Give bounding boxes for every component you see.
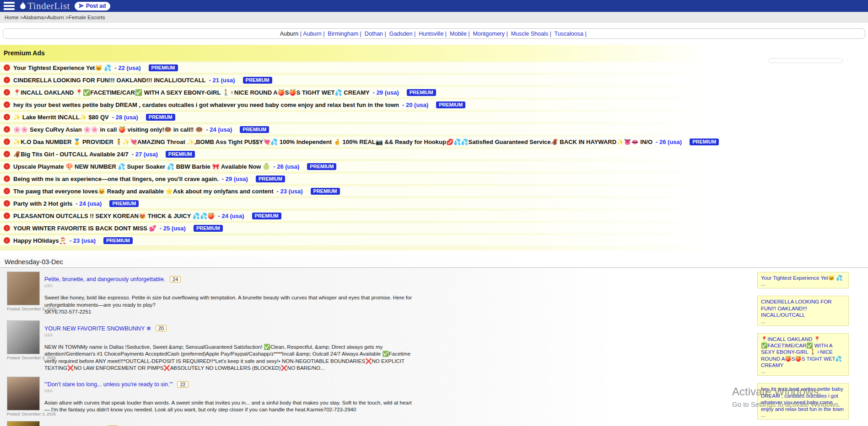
listing-thumbnail[interactable] bbox=[7, 421, 40, 426]
premium-ad-row[interactable]: ↑ Being with me is an experience—one tha… bbox=[0, 174, 868, 184]
premium-ad-title[interactable]: Party with 2 Hot girls bbox=[13, 200, 72, 207]
premium-ad-title[interactable]: 📍INCALL OAKLAND 📍✅FACETIME/CAR✅ WITH A S… bbox=[13, 89, 370, 96]
premium-ad-title[interactable]: 🦧Big Tits Girl - OUTCALL Available 24/7 bbox=[13, 151, 129, 158]
premium-badge: PREMIUM bbox=[252, 213, 281, 219]
listing-thumbnail[interactable] bbox=[7, 272, 40, 305]
site-name: TinderList bbox=[27, 0, 70, 12]
premium-ad-row[interactable]: ↑ Your Tightest Experience Yet🐱 💦 - 22 (… bbox=[0, 63, 868, 73]
premium-ad-title[interactable]: hey its your best wettes petite baby DRE… bbox=[13, 101, 399, 108]
listing-age-badge: 20 bbox=[156, 325, 167, 331]
city-separator: | bbox=[298, 31, 303, 37]
premium-ad-title[interactable]: ✨K.O Daa NUMBER 🥇 PROVIDER 🧍✨💘AMAZING Th… bbox=[13, 138, 652, 145]
empty-input-box[interactable] bbox=[769, 58, 843, 63]
premium-ad-title[interactable]: Being with me is an experience—one that … bbox=[13, 176, 219, 182]
premium-ad-title[interactable]: Happy HOlidays🎅 bbox=[13, 237, 66, 244]
premium-ad-title[interactable]: Your Tightest Experience Yet🐱 💦 bbox=[13, 64, 112, 71]
premium-ad-title[interactable]: 🌸🌸 Sexy CuRvy Asian 🌸🌸 in call 🍑 visitin… bbox=[13, 126, 203, 133]
sidebar-ad-title[interactable]: hey its your best wettes petite baby DRE… bbox=[761, 386, 845, 412]
city-separator: | bbox=[467, 31, 471, 37]
hamburger-menu-icon[interactable] bbox=[4, 2, 15, 10]
sidebar-ad-box[interactable]: 📍INCALL OAKLAND 📍✅FACETIME/CAR✅ WITH A S… bbox=[757, 333, 849, 376]
premium-ad-title[interactable]: ✨ Lake Merritt INCALL✨ $80 QV bbox=[13, 114, 109, 121]
sidebar-ad-title[interactable]: Your Tightest Experience Yet🐱 💦 bbox=[761, 275, 845, 281]
premium-ad-title[interactable]: CINDERELLA LOOKING FOR FUN!!! OAKLAND!!!… bbox=[13, 77, 206, 84]
premium-ad-row[interactable]: ↑ hey its your best wettes petite baby D… bbox=[0, 100, 868, 110]
up-arrow-icon: ↑ bbox=[4, 114, 10, 120]
sidebar-ad-title[interactable]: 📍INCALL OAKLAND 📍✅FACETIME/CAR✅ WITH A S… bbox=[761, 336, 845, 369]
premium-ad-row[interactable]: ↑ Happy HOlidays🎅 - 23 (usa) PREMIUM bbox=[0, 235, 868, 245]
listing-posted-date: Posted: December 3, 2025 bbox=[7, 412, 40, 416]
premium-ad-row[interactable]: ↑ CINDERELLA LOOKING FOR FUN!!! OAKLAND!… bbox=[0, 75, 868, 85]
city-separator: | bbox=[583, 31, 588, 37]
city-link[interactable]: Mobile bbox=[450, 31, 467, 37]
listing-age-badge: 24 bbox=[170, 276, 181, 282]
premium-badge: PREMIUM bbox=[109, 200, 139, 207]
listing-item[interactable]: Posted: December 3, 2025 Petite, brunett… bbox=[0, 272, 868, 316]
premium-ad-age: - 25 (usa) bbox=[160, 225, 186, 232]
listing-posted-date: Posted: December 3, 2025 bbox=[7, 356, 40, 360]
city-separator: | bbox=[358, 31, 363, 37]
listing-title-link[interactable]: YOUR NEW FAVORITE SNOWBUNNY ❄ bbox=[44, 325, 151, 332]
listing-country: USA bbox=[44, 333, 415, 337]
premium-ad-age: - 23 (usa) bbox=[70, 237, 96, 244]
breadcrumb[interactable]: Home >Alabama>Auburn >Female Escorts bbox=[0, 12, 868, 23]
sidebar-ad-box[interactable]: hey its your best wettes petite baby DRE… bbox=[757, 383, 849, 420]
listing-description: NEW IN TOWNMy name is Dallas !Seductive,… bbox=[44, 344, 415, 372]
listing-title-link[interactable]: "'Don't stare too long... unless you're … bbox=[44, 381, 173, 388]
city-link[interactable]: Dothan bbox=[365, 31, 383, 37]
listing-title-link[interactable]: Petite, brunette, and dangerously unforg… bbox=[44, 276, 165, 282]
up-arrow-icon: ↑ bbox=[4, 163, 10, 170]
city-link[interactable]: Montgomery bbox=[473, 31, 505, 37]
city-link[interactable]: Muscle Shoals bbox=[511, 31, 548, 37]
premium-ad-row[interactable]: ↑ 📍INCALL OAKLAND 📍✅FACETIME/CAR✅ WITH A… bbox=[0, 87, 868, 97]
city-link[interactable]: Tuscaloosa bbox=[554, 31, 583, 37]
city-separator: | bbox=[322, 31, 326, 37]
premium-ad-row[interactable]: ↑ YOUR WINTER FAVORITE IS BACK DONT MISS… bbox=[0, 223, 868, 233]
sidebar-ad-box[interactable]: Your Tightest Experience Yet🐱 💦 ... bbox=[757, 272, 849, 288]
premium-ad-row[interactable]: ↑ Party with 2 Hot girls - 24 (usa) PREM… bbox=[0, 198, 868, 208]
listing-thumbnail[interactable] bbox=[7, 320, 40, 354]
premium-ad-age: - 21 (usa) bbox=[209, 77, 235, 84]
premium-ad-row[interactable]: ↑ ✨ Lake Merritt INCALL✨ $80 QV - 28 (us… bbox=[0, 112, 868, 122]
premium-ad-row[interactable]: ↑ ✨K.O Daa NUMBER 🥇 PROVIDER 🧍✨💘AMAZING … bbox=[0, 137, 868, 147]
listing-item[interactable]: A lady for all occasions 38 USA bbox=[0, 421, 868, 426]
premium-ad-title[interactable]: Upscale Playmate 🍄 NEW NUMBER 💦 Super So… bbox=[13, 163, 270, 170]
listing-thumbnail[interactable] bbox=[7, 377, 40, 410]
city-separator: | bbox=[443, 31, 448, 37]
premium-section-title: Premium Ads bbox=[0, 45, 868, 61]
city-link[interactable]: Auburn bbox=[303, 31, 321, 37]
up-arrow-icon: ↑ bbox=[4, 225, 10, 231]
city-link[interactable]: Huntsville bbox=[419, 31, 443, 37]
premium-badge: PREMIUM bbox=[256, 176, 285, 182]
premium-ad-row[interactable]: ↑ 🌸🌸 Sexy CuRvy Asian 🌸🌸 in call 🍑 visit… bbox=[0, 124, 868, 134]
sidebar-ad-box[interactable]: CINDERELLA LOOKING FOR FUN!!! OAKLAND!!!… bbox=[757, 296, 849, 325]
up-arrow-icon: ↑ bbox=[4, 237, 10, 244]
sidebar-ad-truncation: ... bbox=[761, 319, 845, 324]
premium-badge: PREMIUM bbox=[311, 188, 340, 195]
listing-description: Sweet like honey, bold like espresso. Pe… bbox=[44, 294, 415, 309]
post-ad-button[interactable]: Post ad bbox=[75, 2, 110, 11]
premium-badge: PREMIUM bbox=[240, 126, 269, 133]
premium-ad-age: - 23 (usa) bbox=[276, 188, 302, 195]
premium-ad-row[interactable]: ↑ Upscale Playmate 🍄 NEW NUMBER 💦 Super … bbox=[0, 161, 868, 171]
city-separator: | bbox=[505, 31, 509, 37]
premium-ad-row[interactable]: ↑ The pawg that everyone loves🐱 Ready an… bbox=[0, 186, 868, 196]
listing-item[interactable]: Posted: December 3, 2025 "'Don't stare t… bbox=[0, 377, 868, 416]
city-link[interactable]: Gadsden bbox=[389, 31, 413, 37]
premium-ad-title[interactable]: The pawg that everyone loves🐱 Ready and … bbox=[13, 188, 273, 195]
premium-ad-age: - 26 (usa) bbox=[656, 138, 682, 145]
up-arrow-icon: ↑ bbox=[4, 89, 10, 96]
premium-badge: PREMIUM bbox=[407, 89, 436, 96]
premium-ad-title[interactable]: PLEASANTON OUTCALLS !! SEXY KOREAN😻 THIC… bbox=[13, 213, 215, 219]
city-link[interactable]: Birmingham bbox=[328, 31, 358, 37]
listing-age-badge: 22 bbox=[177, 381, 188, 388]
premium-ad-title[interactable]: YOUR WINTER FAVORITE IS BACK DONT MISS 💕 bbox=[13, 225, 156, 232]
site-logo[interactable]: TinderList bbox=[19, 0, 70, 12]
premium-ads-list: ↑ Your Tightest Experience Yet🐱 💦 - 22 (… bbox=[0, 61, 868, 250]
premium-ad-row[interactable]: ↑ 🦧Big Tits Girl - OUTCALL Available 24/… bbox=[0, 149, 868, 159]
premium-ad-row[interactable]: ↑ PLEASANTON OUTCALLS !! SEXY KOREAN😻 TH… bbox=[0, 211, 868, 221]
premium-badge: PREMIUM bbox=[243, 77, 272, 84]
sidebar-ad-title[interactable]: CINDERELLA LOOKING FOR FUN!!! OAKLAND!!!… bbox=[761, 298, 845, 318]
date-header: Wednesday-03-Dec bbox=[0, 257, 868, 268]
listing-item[interactable]: Posted: December 3, 2025 YOUR NEW FAVORI… bbox=[0, 320, 868, 372]
